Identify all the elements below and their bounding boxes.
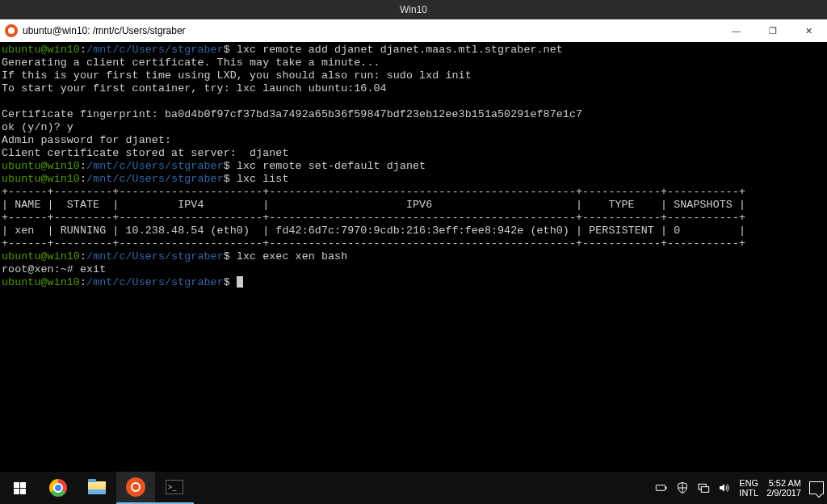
chrome-icon: [49, 479, 67, 497]
network-icon[interactable]: [697, 481, 710, 494]
output-line: Admin password for djanet:: [2, 134, 171, 146]
cmd-list: lxc list: [230, 173, 289, 185]
prompt-user: ubuntu@win10: [2, 44, 80, 56]
output-line: If this is your first time using LXD, yo…: [2, 69, 472, 82]
cmd-set-default: lxc remote set-default djanet: [230, 160, 426, 172]
battery-icon[interactable]: [655, 481, 668, 494]
vm-titlebar: Win10: [0, 0, 827, 19]
ubuntu-icon: [126, 477, 145, 497]
prompt-user: ubuntu@win10: [2, 276, 80, 288]
cursor: [237, 276, 243, 288]
table-row: | xen | RUNNING | 10.238.48.54 (eth0) | …: [2, 225, 745, 237]
prompt-user: ubuntu@win10: [2, 160, 80, 172]
vm-title: Win10: [400, 4, 427, 15]
prompt-path: /mnt/c/Users/stgraber: [86, 250, 224, 262]
windows-logo-icon: [14, 482, 26, 494]
ubuntu-icon: [5, 24, 18, 37]
window-controls: — ❐ ✕: [718, 19, 827, 42]
window-titlebar[interactable]: ubuntu@win10: /mnt/c/Users/stgraber — ❐ …: [0, 19, 827, 42]
security-icon[interactable]: [676, 481, 689, 494]
svg-rect-5: [702, 487, 709, 493]
prompt-sep-dollar: $: [224, 44, 230, 56]
terminal-icon: >_: [166, 480, 183, 494]
table-border: +------+---------+----------------------…: [2, 212, 745, 224]
cmd-exec: lxc exec xen bash: [230, 250, 347, 262]
prompt-path: /mnt/c/Users/stgraber: [86, 276, 224, 288]
taskbar-ubuntu[interactable]: [116, 472, 155, 504]
volume-icon[interactable]: [718, 481, 731, 494]
taskbar-chrome[interactable]: [39, 472, 78, 504]
table-header: | NAME | STATE | IPV4 | IPV6 | TYPE | SN…: [2, 199, 745, 211]
table-border: +------+---------+----------------------…: [2, 237, 745, 250]
prompt-path: /mnt/c/Users/stgraber: [86, 160, 224, 172]
table-border: +------+---------+----------------------…: [2, 186, 745, 198]
taskbar-cmd[interactable]: >_: [155, 472, 194, 504]
output-line: Generating a client certificate. This ma…: [2, 57, 380, 69]
prompt-sep-colon: :: [80, 44, 86, 56]
close-button[interactable]: ✕: [791, 19, 827, 42]
maximize-button[interactable]: ❐: [754, 19, 791, 42]
output-line: Client certificate stored at server: dja…: [2, 147, 289, 159]
clock[interactable]: 5:52 AM 2/9/2017: [766, 478, 801, 498]
cmd-remote-add: lxc remote add djanet djanet.maas.mtl.st…: [230, 44, 563, 56]
minimize-button[interactable]: —: [718, 19, 754, 42]
svg-rect-1: [666, 487, 667, 489]
prompt-user: ubuntu@win10: [2, 250, 80, 262]
file-explorer-icon: [88, 481, 106, 494]
taskbar[interactable]: >_ ENG INTL 5:52 AM 2/9/2017: [0, 472, 827, 504]
output-line: To start your first container, try: lxc …: [2, 82, 387, 94]
notifications-icon[interactable]: [809, 481, 824, 494]
prompt-user: ubuntu@win10: [2, 173, 80, 185]
window-title: ubuntu@win10: /mnt/c/Users/stgraber: [23, 25, 718, 36]
svg-rect-0: [657, 485, 665, 491]
terminal-output[interactable]: ubuntu@win10:/mnt/c/Users/stgraber$ lxc …: [0, 42, 827, 472]
prompt-path: /mnt/c/Users/stgraber: [86, 173, 224, 185]
output-line: Certificate fingerprint: ba0d4b0f97cf37b…: [2, 108, 582, 120]
start-button[interactable]: [0, 472, 39, 504]
output-line: ok (y/n)? y: [2, 121, 73, 133]
root-prompt: root@xen:~#: [2, 263, 73, 275]
system-tray: ENG INTL 5:52 AM 2/9/2017: [655, 478, 827, 498]
prompt-path: /mnt/c/Users/stgraber: [86, 44, 224, 56]
taskbar-explorer[interactable]: [78, 472, 116, 504]
cmd-exit: exit: [73, 263, 106, 275]
language-indicator[interactable]: ENG INTL: [739, 478, 758, 498]
